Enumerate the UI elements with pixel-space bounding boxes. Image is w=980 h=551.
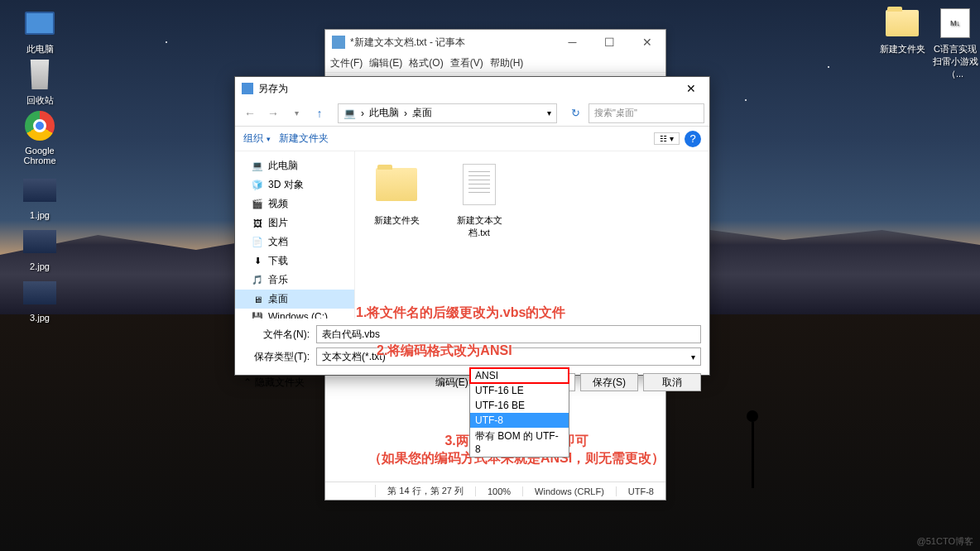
sidebar-item[interactable]: 🖼图片 [235,213,354,232]
figure-silhouette [732,410,773,518]
close-button[interactable]: ✕ [672,77,709,100]
sidebar-item[interactable]: ⬇下载 [235,252,354,271]
hide-folders-toggle[interactable]: ⌃ 隐藏文件夹 [243,376,305,390]
save-button[interactable]: 保存(S) [580,373,638,391]
history-dropdown[interactable]: ▾ [286,103,306,123]
star [745,99,747,101]
thispc-icon [23,7,56,40]
file-item[interactable]: 新建文件夹 [363,160,430,310]
breadcrumb-sep: › [361,108,364,119]
file-label: 新建文件夹 [363,214,430,227]
sidebar-icon: 💻 [252,161,263,172]
breadcrumb-item[interactable]: 此电脑 [369,106,399,120]
saveas-dialog: 另存为 ✕ ← → ▾ ↑ 💻 › 此电脑 › 桌面 ▾ ↻ 搜索"桌面" 组织… [234,76,710,376]
menu-item[interactable]: 编辑(E) [369,56,402,70]
filetype-label: 保存类型(T): [243,350,310,364]
dropdown-icon[interactable]: ▾ [547,108,551,117]
menu-item[interactable]: 文件(F) [330,56,363,70]
sidebar-icon: 💾 [252,311,263,319]
sidebar-item[interactable]: 📄文档 [235,232,354,252]
sidebar-item[interactable]: 🎵音乐 [235,271,354,290]
sidebar-item[interactable]: 🧊3D 对象 [235,175,354,194]
sidebar-label: 桌面 [268,292,288,306]
icon-label: 回收站 [15,94,65,107]
txt-icon [454,160,504,209]
notepad-title-text: *新建文本文档.txt - 记事本 [350,36,465,50]
file-label: 新建文本文档.txt [446,214,512,239]
encoding-option[interactable]: 带有 BOM 的 UTF-8 [470,428,569,457]
watermark: @51CTO博客 [917,535,973,548]
filename-label: 文件名(N): [243,328,310,342]
desktop-icon-newfolder[interactable]: 新建文件夹 [877,7,927,55]
refresh-button[interactable]: ↻ [565,103,585,123]
sidebar-item[interactable]: 🖥桌面 [235,290,354,309]
menu-item[interactable]: 帮助(H) [490,56,524,70]
sidebar-icon: 📄 [252,237,263,248]
encoding-label: 编码(E): [435,376,471,390]
menu-item[interactable]: 查看(V) [450,56,483,70]
desktop-icon-cgame[interactable]: M↓C语言实现扫雷小游戏（... [930,7,980,80]
search-input[interactable]: 搜索"桌面" [588,103,704,123]
encoding-option[interactable]: ANSI [470,368,569,383]
icon-label: Google Chrome [15,146,65,165]
saveas-toolbar: 组织 ▾ 新建文件夹 ☷ ▾ ? [235,127,709,151]
back-button[interactable]: ← [240,103,260,123]
cgame-icon: M↓ [939,7,972,40]
sidebar-label: 下载 [268,254,288,268]
desktop-icon-img1[interactable]: 1.jpg [15,174,65,220]
sidebar-label: 图片 [268,216,288,230]
encoding-option[interactable]: UTF-8 [470,413,569,428]
breadcrumb-item[interactable]: 桌面 [412,106,432,120]
sidebar-item[interactable]: 💻此电脑 [235,156,354,175]
filename-input[interactable] [316,325,701,343]
icon-label: C语言实现扫雷小游戏（... [930,43,980,80]
saveas-icon [242,83,253,94]
forward-button[interactable]: → [263,103,283,123]
close-button[interactable]: ✕ [628,30,665,55]
notepad-statusbar: 第 14 行，第 27 列 100% Windows (CRLF) UTF-8 [325,482,665,500]
encoding-option[interactable]: UTF-16 LE [470,383,569,398]
chrome-icon [23,109,56,142]
sidebar-icon: 🎵 [252,275,263,286]
sidebar-label: 文档 [268,235,288,249]
sidebar-item[interactable]: 🎬视频 [235,194,354,213]
sidebar-label: 视频 [268,197,288,211]
pc-icon: 💻 [343,108,356,119]
view-button[interactable]: ☷ ▾ [654,132,680,145]
organize-button[interactable]: 组织 ▾ [243,132,271,146]
sidebar-label: Windows (C:) [268,311,328,319]
status-eol: Windows (CRLF) [522,486,616,496]
recycle-icon [23,58,56,91]
icon-label: 2.jpg [15,261,65,271]
breadcrumb[interactable]: 💻 › 此电脑 › 桌面 ▾ [338,103,557,123]
minimize-button[interactable]: ─ [554,30,591,55]
desktop-icon-img3[interactable]: 3.jpg [15,276,65,323]
encoding-option[interactable]: UTF-16 BE [470,398,569,413]
status-encoding: UTF-8 [616,486,665,496]
saveas-titlebar[interactable]: 另存为 ✕ [235,77,709,100]
icon-label: 新建文件夹 [877,43,927,55]
notepad-titlebar[interactable]: *新建文本文档.txt - 记事本 ─ ☐ ✕ [325,30,665,55]
img1-icon [23,174,56,207]
desktop-icon-chrome[interactable]: Google Chrome [15,109,65,165]
sidebar-item[interactable]: 💾Windows (C:) [235,309,354,319]
breadcrumb-sep: › [404,108,407,119]
icon-label: 1.jpg [15,210,65,220]
up-button[interactable]: ↑ [310,103,329,123]
sidebar-icon: 🎬 [252,199,263,210]
desktop-icon-recycle[interactable]: 回收站 [15,58,65,107]
file-item[interactable]: 新建文本文档.txt [446,160,512,310]
saveas-title-text: 另存为 [258,82,288,96]
help-icon[interactable]: ? [685,131,701,147]
icon-label: 3.jpg [15,313,65,323]
newfolder-button[interactable]: 新建文件夹 [279,132,329,146]
cancel-button[interactable]: 取消 [643,373,701,391]
file-area[interactable]: 新建文件夹新建文本文档.txt [355,151,709,319]
maximize-button[interactable]: ☐ [591,30,628,55]
menu-item[interactable]: 格式(O) [409,56,443,70]
desktop-icon-img2[interactable]: 2.jpg [15,225,65,271]
sidebar-label: 此电脑 [268,159,298,173]
desktop-icon-thispc[interactable]: 此电脑 [15,7,65,55]
status-zoom: 100% [475,486,522,496]
sidebar-icon: 🖼 [252,218,263,229]
